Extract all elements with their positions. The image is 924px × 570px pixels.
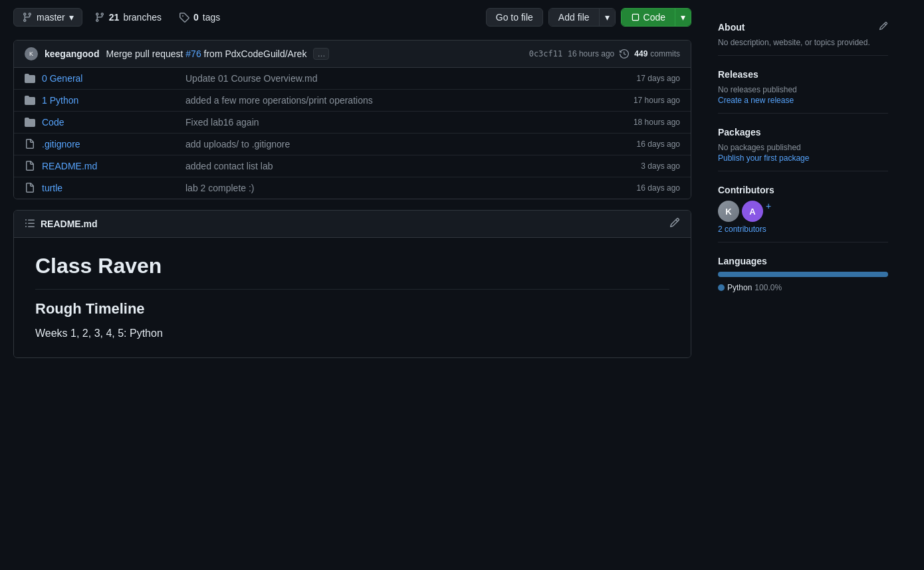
create-release-link[interactable]: Create a new release: [718, 96, 794, 105]
file-commit-code: Fixed lab16 again: [175, 117, 607, 128]
file-time-readme: 3 days ago: [607, 161, 680, 171]
file-time-code: 18 hours ago: [607, 118, 680, 127]
add-file-split-button: Add file ▾: [548, 8, 616, 27]
add-file-dropdown-button[interactable]: ▾: [599, 9, 615, 26]
file-time-gitignore: 16 days ago: [607, 140, 680, 149]
commit-message: Merge pull request #76 from PdxCodeGuild…: [106, 48, 306, 59]
readme-divider: [35, 289, 669, 290]
contributor-avatar-1[interactable]: K: [718, 201, 739, 222]
toolbar: master ▾ 21 branches 0 tags Go to file: [13, 0, 691, 35]
branch-name: master: [37, 12, 65, 23]
file-name-turtle[interactable]: turtle: [42, 183, 175, 193]
code-dropdown-button[interactable]: ▾: [675, 9, 691, 26]
contributors-title: Contributors: [718, 185, 774, 195]
folder-icon: [25, 73, 35, 84]
pencil-icon: [669, 217, 680, 228]
readme-list-icon: [25, 218, 35, 231]
languages-section: Languages Python 100.0%: [718, 256, 888, 295]
sidebar-divider-2: [718, 113, 888, 114]
file-name-0-general[interactable]: 0 General: [42, 73, 175, 84]
add-file-button[interactable]: Add file: [549, 9, 599, 26]
file-commit-0-general: Update 01 Course Overview.md: [175, 73, 607, 84]
python-lang-percent: 100.0%: [754, 283, 782, 292]
branch-dropdown-icon: ▾: [69, 12, 74, 23]
readme-title: README.md: [41, 219, 98, 229]
file-time-1-python: 17 hours ago: [607, 96, 680, 105]
readme-h1: Class Raven: [35, 254, 669, 278]
author-avatar[interactable]: K: [25, 47, 38, 60]
languages-bar: [718, 272, 888, 277]
file-browser: K keegangood Merge pull request #76 from…: [13, 40, 691, 199]
readme-h2: Rough Timeline: [35, 300, 669, 318]
sidebar-right-panel: About No description, website, or topics…: [718, 0, 888, 295]
file-commit-1-python: added a few more operations/print operat…: [175, 95, 607, 106]
packages-title: Packages: [718, 127, 761, 138]
readme-edit-button[interactable]: [669, 217, 680, 231]
readme-paragraph: Weeks 1, 2, 3, 4, 5: Python: [35, 326, 669, 341]
readme-content: Class Raven Rough Timeline Weeks 1, 2, 3…: [14, 238, 691, 357]
list-icon: [25, 218, 35, 229]
releases-header: Releases: [718, 69, 888, 80]
branches-label: branches: [123, 12, 162, 23]
about-section: About No description, website, or topics…: [718, 21, 888, 47]
file-row: turtle lab 2 complete :) 16 days ago: [14, 177, 691, 199]
releases-section: Releases No releases published Create a …: [718, 69, 888, 105]
contributors-count: 2 contributors: [718, 225, 888, 234]
code-icon: [631, 13, 640, 22]
file-name-readme[interactable]: README.md: [42, 161, 175, 171]
packages-section: Packages No packages published Publish y…: [718, 127, 888, 163]
commit-ellipsis[interactable]: …: [313, 48, 329, 60]
tags-label: tags: [203, 12, 220, 23]
commit-time: 16 hours ago: [568, 49, 614, 58]
code-split-button: Code ▾: [621, 8, 691, 27]
releases-title: Releases: [718, 69, 758, 80]
commit-hash[interactable]: 0c3cf11: [529, 49, 563, 58]
contributors-plus: +: [766, 201, 771, 222]
file-commit-gitignore: add uploads/ to .gitignore: [175, 139, 607, 149]
branches-icon: [94, 12, 105, 23]
branch-selector[interactable]: master ▾: [13, 8, 82, 27]
pr-link[interactable]: #76: [185, 48, 201, 59]
file-icon: [25, 139, 35, 149]
about-edit-button[interactable]: [879, 21, 888, 33]
file-name-1-python[interactable]: 1 Python: [42, 95, 175, 106]
python-lang-item: Python 100.0%: [718, 283, 782, 292]
about-title: About: [718, 22, 745, 33]
file-name-code[interactable]: Code: [42, 117, 175, 128]
history-icon: [620, 49, 629, 58]
tag-icon: [179, 12, 189, 23]
python-lang-segment: [718, 272, 888, 277]
contributor-avatar-2[interactable]: A: [742, 201, 763, 222]
sidebar-divider-3: [718, 171, 888, 171]
branch-icon: [22, 12, 33, 23]
file-name-gitignore[interactable]: .gitignore: [42, 139, 175, 149]
packages-header: Packages: [718, 127, 888, 138]
file-row: Code Fixed lab16 again 18 hours ago: [14, 112, 691, 134]
tags-link[interactable]: 0 tags: [173, 9, 225, 26]
contributors-count-link[interactable]: 2 contributors: [718, 225, 766, 234]
languages-header: Languages: [718, 256, 888, 266]
code-button[interactable]: Code: [622, 9, 675, 26]
file-row: README.md added contact list lab 3 days …: [14, 155, 691, 177]
readme-box: README.md Class Raven Rough Timeline Wee…: [13, 210, 691, 358]
file-icon: [25, 183, 35, 193]
file-commit-turtle: lab 2 complete :): [175, 183, 607, 193]
about-pencil-icon: [879, 21, 888, 31]
sidebar-divider-4: [718, 242, 888, 242]
languages-title: Languages: [718, 256, 767, 266]
publish-package-link[interactable]: Publish your first package: [718, 153, 809, 163]
commit-author[interactable]: keegangood: [45, 48, 99, 59]
contributors-section: Contributors K A + 2 contributors: [718, 185, 888, 234]
toolbar-actions: Go to file Add file ▾ Code: [486, 8, 691, 27]
about-header: About: [718, 21, 888, 33]
contributors-list: K A +: [718, 201, 888, 222]
commit-row: K keegangood Merge pull request #76 from…: [14, 41, 691, 68]
branches-link[interactable]: 21 branches: [89, 9, 167, 26]
go-to-file-button[interactable]: Go to file: [486, 8, 543, 27]
folder-icon: [25, 95, 35, 106]
readme-header-left: README.md: [25, 218, 98, 231]
commits-count[interactable]: 449 commits: [634, 49, 680, 58]
file-row: 1 Python added a few more operations/pri…: [14, 90, 691, 112]
python-lang-name: Python: [727, 283, 752, 292]
contributors-header: Contributors: [718, 185, 888, 195]
